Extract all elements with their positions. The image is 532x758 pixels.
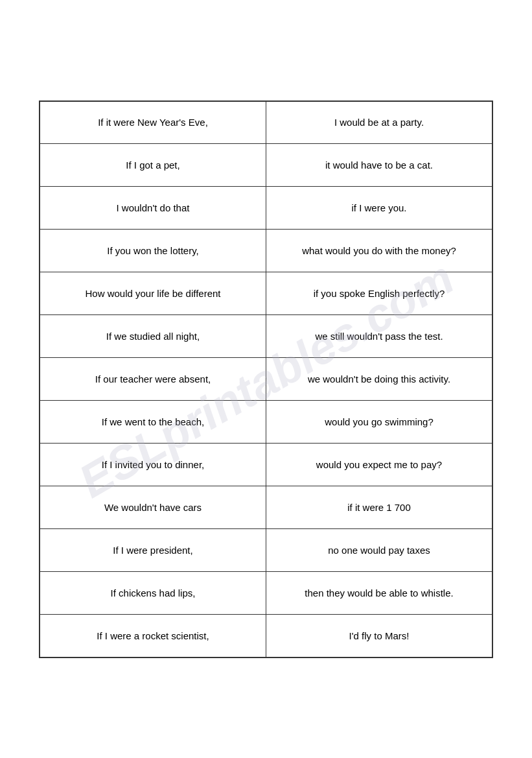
table-row: If I were president,no one would pay tax… [40,529,492,572]
cell-right: it would have to be a cat. [266,144,493,187]
table-row: If we went to the beach,would you go swi… [40,401,492,444]
cell-right: we wouldn't be doing this activity. [266,358,493,401]
cell-right: would you expect me to pay? [266,444,493,486]
card-table: If it were New Year's Eve,I would be at … [39,101,493,658]
cell-right: I would be at a party. [266,101,493,144]
table-row: If I were a rocket scientist,I'd fly to … [40,615,492,657]
cell-right: then they would be able to whistle. [266,572,493,615]
cell-left: If our teacher were absent, [40,358,266,401]
cell-left: We wouldn't have cars [40,486,266,529]
cell-left: If I were president, [40,529,266,572]
cell-left: If we went to the beach, [40,401,266,444]
table-row: If we studied all night,we still wouldn'… [40,315,492,358]
table-row: If you won the lottery,what would you do… [40,230,492,272]
table-row: If our teacher were absent,we wouldn't b… [40,358,492,401]
table-row: How would your life be differentif you s… [40,272,492,315]
cell-right: I'd fly to Mars! [266,615,493,657]
table-row: I wouldn't do thatif I were you. [40,187,492,230]
table-row: We wouldn't have carsif it were 1 700 [40,486,492,529]
cell-left: If it were New Year's Eve, [40,101,266,144]
cell-left: If chickens had lips, [40,572,266,615]
cell-left: If I invited you to dinner, [40,444,266,486]
cell-right: would you go swimming? [266,401,493,444]
table-row: If it were New Year's Eve,I would be at … [40,101,492,144]
table-row: If I got a pet,it would have to be a cat… [40,144,492,187]
cell-left: How would your life be different [40,272,266,315]
cell-right: what would you do with the money? [266,230,493,272]
table-row: If chickens had lips,then they would be … [40,572,492,615]
cell-right: if it were 1 700 [266,486,493,529]
cell-left: If I were a rocket scientist, [40,615,266,657]
cell-left: I wouldn't do that [40,187,266,230]
cell-left: If I got a pet, [40,144,266,187]
cell-right: no one would pay taxes [266,529,493,572]
cell-left: If we studied all night, [40,315,266,358]
table-row: If I invited you to dinner,would you exp… [40,444,492,486]
cell-right: we still wouldn't pass the test. [266,315,493,358]
cell-left: If you won the lottery, [40,230,266,272]
cell-right: if you spoke English perfectly? [266,272,493,315]
page: ESLprintables.com If it were New Year's … [0,0,532,758]
cell-right: if I were you. [266,187,493,230]
